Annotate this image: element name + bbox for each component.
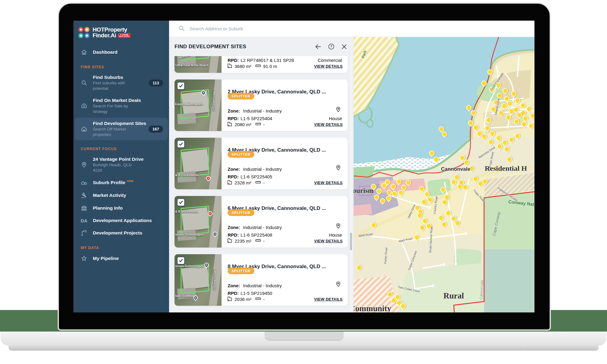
satellite-thumbnail: & B Locksmithsorson Technologies [175,196,222,248]
crane-icon [80,230,89,236]
zone-row: Zone: Industrial - Industry [228,108,282,113]
da-icon: DA [80,218,89,223]
frontage-value: - [263,238,265,244]
zone-row: Zone: Industrial - Industry [228,167,282,172]
map-area-label: Tourism [354,187,374,195]
laptop-hinge-notch [265,332,344,341]
image-label: Myer Lasky Dr [212,91,216,112]
satellite-thumbnail: McIntosh DrUltra Tune Airlie Beach [175,56,222,73]
house-icon [80,126,89,132]
sidebar-item-development-projects[interactable]: Development Projects [75,227,168,239]
svg-text:$: $ [83,105,85,108]
select-checkbox[interactable] [177,140,185,148]
sidebar-item-sub: Burleigh Heads, QLD 4220 [93,162,141,173]
splitter-badge: SPLITTER [228,93,254,99]
property-card[interactable]: orson TechnologiesMyer Lasky Drbast Scaf… [175,254,348,306]
sidebar-item-sub: Find suburbs with potential [93,80,141,91]
property-card[interactable]: & B Locksmithsorson Technologies6 Myer L… [175,196,348,248]
property-card[interactable]: McIntosh DrUltra Tune Airlie BeachRPD:L2… [175,56,348,73]
sidebar-item-current-address[interactable]: 24 Vantage Point Drive Burleigh Heads, Q… [75,153,168,176]
sidebar-item-dashboard[interactable]: Dashboard [75,46,168,58]
sidebar-item-find-suburbs[interactable]: Find Suburbs Find suburbs with potential… [75,72,168,94]
property-card[interactable]: & B Locksmiths4 Myer Lasky Drive, Cannon… [175,138,348,189]
scrollbar-track[interactable] [349,56,352,312]
view-details-link[interactable]: VIEW DETAILS [314,64,343,69]
new-tag: new [127,179,133,183]
zone-row: Zone: Industrial - Industry [228,283,282,288]
location-pin-icon [335,164,341,172]
suburb-icon [80,179,89,186]
parcel-outline [181,264,209,294]
rpd-row: RPD:L1-6 SP225408 [228,232,272,238]
area-value: 3680 m² [235,64,251,69]
sidebar-item-label: Development Projects [93,230,142,236]
view-details-link[interactable]: VIEW DETAILS [314,239,343,243]
satellite-thumbnail: orson TechnologiesMyer Lasky Drbast Scaf… [175,254,222,306]
home-icon [80,49,89,56]
frontage-value: 91.0 m [263,64,277,69]
panel-title: FIND DEVELOPMENT SITES [175,44,246,50]
area-icon [227,121,232,128]
ruler-icon [255,296,261,302]
satellite-thumbnail: & B Locksmiths [175,138,222,189]
top-search-bar [169,21,534,37]
image-label: Equip Maintenance [175,103,203,106]
sidebar: HOTProperty Finder.Ai I L♥VEREAL ESTATE … [73,21,169,312]
frontage-value: - [263,180,265,185]
image-label: & B Locksmiths [175,210,198,213]
rpd-row: RPD:L1-5 SP219450 [228,291,272,296]
help-icon[interactable]: ? [328,43,335,50]
scrollbar-thumb[interactable] [350,233,352,250]
app-logo[interactable]: HOTProperty Finder.Ai I L♥VEREAL ESTATE [78,27,164,38]
rpd-row: RPD:L1-6 SP225405 [228,174,272,179]
sidebar-item-my-pipeline[interactable]: My Pipeline [75,252,168,265]
view-details-link[interactable]: VIEW DETAILS [314,297,343,302]
property-card[interactable]: Equip MaintenanceMyer Lasky Dr2 Myer Las… [175,79,348,131]
view-details-link[interactable]: VIEW DETAILS [314,180,343,185]
panel-header: FIND DEVELOPMENT SITES ? [169,37,354,56]
image-label: orson Technologies [175,265,204,268]
area-value: 2328 m² [235,180,251,185]
area-icon [227,63,232,69]
sidebar-item-planning-info[interactable]: Planning Info [75,202,168,214]
rpd-row: RPD:L1-5 SP225404 [228,116,272,121]
dwelling-type: House [329,232,342,238]
sidebar-item-suburb-profile[interactable]: Suburb Profilenew [75,177,168,189]
location-pin-icon [335,281,341,288]
results-list: McIntosh DrUltra Tune Airlie BeachRPD:L2… [175,56,348,312]
view-details-link[interactable]: VIEW DETAILS [314,122,343,127]
sidebar-item-market-activity[interactable]: Market Activity [75,189,168,201]
sidebar-item-development-applications[interactable]: DA Development Applications [75,215,168,226]
sidebar-item-label: Suburb Profile [93,180,125,185]
sidebar-item-sub: Search For Sale by strategy [93,103,141,114]
map-basemap [354,37,534,312]
rpd-row: RPD:L2 RP748017 & L31 SP28 [228,58,294,63]
count-badge: 167 [148,126,163,133]
parcel-outline [181,147,209,177]
sidebar-item-find-development-sites[interactable]: Find Development Sites Search Off Market… [75,118,168,140]
ruler-icon [255,179,261,186]
section-current-focus: CURRENT FOCUS [81,147,162,151]
location-pin-icon [335,106,341,114]
splitter-badge: SPLITTER [228,209,254,216]
map[interactable]: Coral EsplanadeStewart DriveManooka Driv… [354,37,534,312]
location-pin-icon [335,223,341,230]
area-icon [227,296,232,302]
laptop-front-edge [8,345,599,351]
image-label: bast Scaffold [175,294,194,298]
sidebar-item-label: 24 Vantage Point Drive [93,156,144,162]
search-input[interactable] [189,26,371,32]
logo-icon [78,27,90,38]
select-checkbox[interactable] [177,198,185,206]
select-checkbox[interactable] [177,257,185,265]
house-dollar-icon: $ [80,103,89,109]
close-icon[interactable] [341,43,348,50]
sidebar-item-find-on-market-deals[interactable]: $ Find On Market Deals Search For Sale b… [75,95,168,117]
sidebar-item-label: Find On Market Deals [93,97,141,103]
gavel-icon [80,192,89,199]
sidebar-item-label: Development Applications [93,217,152,224]
back-arrow-icon[interactable] [314,43,322,50]
select-checkbox[interactable] [177,82,185,90]
search-icon [178,25,185,33]
satellite-thumbnail: Equip MaintenanceMyer Lasky Dr [175,79,222,131]
